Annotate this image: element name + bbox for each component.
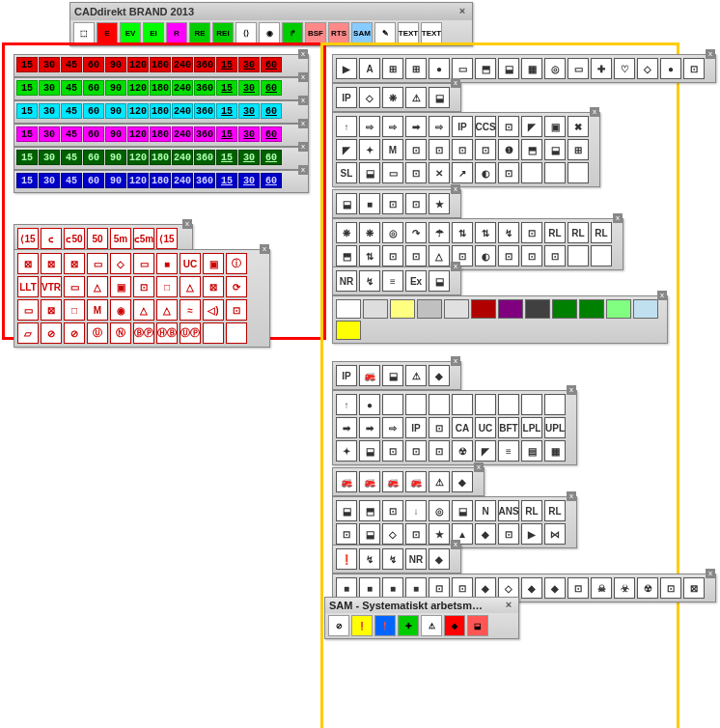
symbol-button[interactable]: ⊠ (17, 253, 39, 274)
number-cell[interactable]: 15 (216, 103, 237, 119)
sam-button[interactable]: ⊘ (328, 615, 349, 636)
symbol-button[interactable]: ● (429, 58, 450, 79)
symbol-button[interactable]: ✦ (336, 440, 357, 462)
symbol-button[interactable]: ❋ (336, 222, 357, 243)
number-cell[interactable]: 60 (261, 126, 282, 142)
number-cell[interactable]: 15 (16, 150, 38, 165)
symbol-button[interactable]: ⬓ (336, 500, 357, 521)
symbol-button[interactable]: ⇨ (359, 116, 380, 137)
number-cell[interactable]: 240 (172, 150, 193, 165)
symbol-button[interactable]: ◇ (382, 523, 403, 545)
number-cell[interactable]: 30 (238, 103, 260, 119)
symbol-button[interactable]: ➡ (359, 417, 380, 438)
symbol-button[interactable]: NR (336, 270, 357, 292)
close-icon[interactable]: x (298, 96, 308, 105)
symbol-button[interactable]: 🚒 (405, 471, 427, 492)
number-cell[interactable]: 240 (172, 80, 193, 96)
number-cell[interactable]: 15 (216, 126, 237, 142)
symbol-button[interactable]: RL (544, 222, 566, 243)
toolbar-button[interactable]: RTS (328, 22, 349, 43)
close-icon[interactable]: x (474, 462, 484, 472)
symbol-button[interactable]: ⊡ (452, 139, 473, 160)
number-cell[interactable]: 30 (238, 57, 260, 72)
symbol-button[interactable]: ✖ (568, 116, 589, 137)
symbol-button[interactable]: ◆ (475, 577, 496, 599)
symbol-button[interactable]: ⊠ (683, 577, 705, 599)
color-swatch[interactable] (390, 299, 415, 319)
symbol-button[interactable]: ⊡ (382, 245, 403, 266)
symbol-button[interactable]: ⊡ (498, 523, 519, 545)
symbol-button[interactable]: ≡ (498, 440, 519, 462)
close-icon[interactable]: × (457, 6, 468, 17)
symbol-button[interactable]: ⇅ (359, 245, 380, 266)
number-cell[interactable]: 180 (150, 103, 171, 119)
close-icon[interactable]: x (567, 385, 576, 395)
symbol-button[interactable]: ◇ (359, 87, 380, 108)
number-cell[interactable]: 15 (16, 126, 38, 142)
symbol-button[interactable]: ⬒ (475, 58, 496, 79)
symbol-button[interactable]: ◐ (475, 162, 496, 183)
symbol-button[interactable]: ≡ (382, 270, 403, 292)
symbol-button[interactable]: ▣ (544, 116, 566, 137)
color-swatch[interactable] (444, 299, 469, 319)
symbol-button[interactable]: ⊡ (498, 162, 519, 183)
symbol-button[interactable]: ⊡ (133, 276, 154, 297)
number-cell[interactable]: 60 (83, 173, 104, 188)
close-icon[interactable]: x (706, 569, 715, 578)
number-cell[interactable]: 15 (16, 57, 38, 72)
symbol-button[interactable] (203, 322, 224, 344)
symbol-button[interactable]: IP (336, 365, 357, 386)
number-cell[interactable]: 60 (83, 126, 104, 142)
symbol-button[interactable]: ⬓ (452, 500, 473, 521)
symbol-button[interactable]: ⊡ (382, 500, 403, 521)
symbol-button[interactable]: □ (156, 276, 178, 297)
number-cell[interactable]: 30 (39, 126, 60, 142)
number-cell[interactable]: 240 (172, 126, 193, 142)
number-cell[interactable]: 60 (83, 80, 104, 96)
symbol-button[interactable]: ▱ (17, 322, 39, 344)
close-icon[interactable]: x (706, 49, 715, 59)
close-icon[interactable]: x (613, 213, 623, 223)
symbol-button[interactable]: ↯ (382, 548, 403, 570)
symbol-button[interactable]: ☂ (429, 222, 450, 243)
symbol-button[interactable]: ☢ (637, 577, 658, 599)
symbol-button[interactable]: ⊡ (226, 299, 247, 321)
symbol-button[interactable]: ■ (156, 253, 178, 274)
symbol-button[interactable]: ◎ (544, 58, 566, 79)
symbol-button[interactable]: ▶ (336, 58, 357, 79)
symbol-button[interactable]: RL (544, 500, 566, 521)
symbol-button[interactable]: ▭ (568, 58, 589, 79)
symbol-button[interactable]: ● (660, 58, 681, 79)
color-swatch[interactable] (498, 299, 523, 319)
symbol-button[interactable]: ▭ (87, 253, 108, 274)
symbol-button[interactable]: ⬓ (382, 365, 403, 386)
symbol-button[interactable]: ▣ (203, 253, 224, 274)
number-cell[interactable]: 90 (105, 103, 126, 119)
symbol-button[interactable]: 🚒 (382, 471, 403, 492)
symbol-button[interactable] (429, 394, 450, 415)
symbol-button[interactable] (498, 394, 519, 415)
symbol-button[interactable]: ◆ (429, 548, 450, 570)
symbol-button[interactable]: ⊡ (405, 245, 427, 266)
close-icon[interactable]: × (503, 600, 514, 611)
symbol-button[interactable]: IP (405, 417, 427, 438)
number-cell[interactable]: 180 (150, 150, 171, 165)
number-cell[interactable]: 90 (105, 80, 126, 96)
symbol-button[interactable]: ⬓ (429, 270, 450, 292)
symbol-button[interactable]: ♡ (614, 58, 635, 79)
symbol-button[interactable]: △ (87, 276, 108, 297)
symbol-button[interactable]: A (359, 58, 380, 79)
symbol-button[interactable]: ⊡ (521, 245, 542, 266)
symbol-button[interactable]: ◤ (475, 440, 496, 462)
number-cell[interactable]: 180 (150, 126, 171, 142)
symbol-button[interactable]: SL (336, 162, 357, 183)
sam-button[interactable]: ⚠ (421, 615, 442, 636)
symbol-button[interactable]: ▤ (521, 440, 542, 462)
symbol-button[interactable]: ⊡ (498, 245, 519, 266)
symbol-button[interactable]: ⊡ (498, 116, 519, 137)
close-icon[interactable]: x (298, 142, 308, 152)
toolbar-button[interactable]: ⟨⟩ (235, 22, 257, 43)
symbol-button[interactable]: ↯ (498, 222, 519, 243)
symbol-button[interactable]: ⬒ (359, 500, 380, 521)
symbol-button[interactable]: M (382, 139, 403, 160)
